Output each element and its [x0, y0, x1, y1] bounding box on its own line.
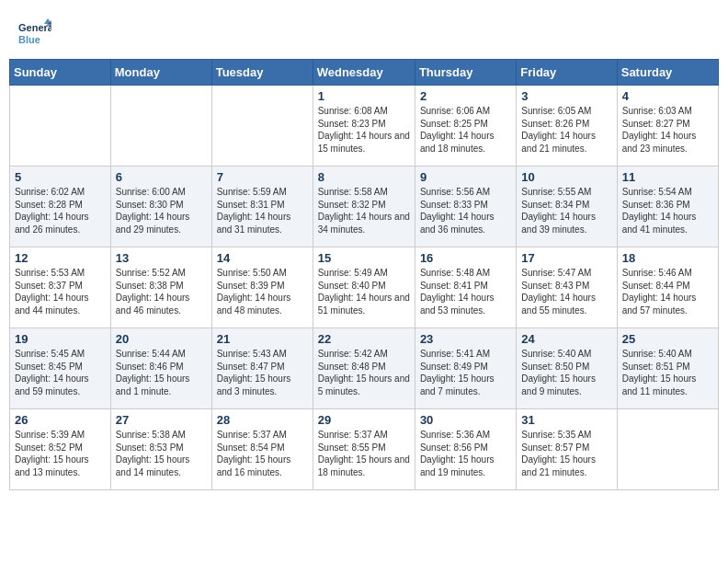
calendar-cell: 27Sunrise: 5:38 AM Sunset: 8:53 PM Dayli…	[110, 409, 211, 490]
day-info: Sunrise: 5:59 AM Sunset: 8:31 PM Dayligh…	[217, 186, 308, 236]
calendar-cell	[617, 409, 718, 490]
calendar-cell: 7Sunrise: 5:59 AM Sunset: 8:31 PM Daylig…	[211, 167, 313, 247]
calendar-cell: 14Sunrise: 5:50 AM Sunset: 8:39 PM Dayli…	[211, 247, 313, 328]
day-number: 15	[318, 251, 410, 265]
day-number: 7	[217, 170, 308, 184]
day-info: Sunrise: 5:36 AM Sunset: 8:56 PM Dayligh…	[420, 429, 511, 478]
day-number: 1	[318, 89, 410, 103]
calendar-cell: 16Sunrise: 5:48 AM Sunset: 8:41 PM Dayli…	[415, 247, 516, 328]
day-number: 9	[420, 170, 511, 184]
calendar-cell: 17Sunrise: 5:47 AM Sunset: 8:43 PM Dayli…	[517, 247, 617, 328]
calendar-cell: 6Sunrise: 6:00 AM Sunset: 8:30 PM Daylig…	[110, 167, 211, 247]
calendar-week-row: 1Sunrise: 6:08 AM Sunset: 8:23 PM Daylig…	[10, 86, 719, 167]
day-number: 31	[521, 413, 611, 427]
day-info: Sunrise: 6:06 AM Sunset: 8:25 PM Dayligh…	[420, 105, 511, 155]
day-info: Sunrise: 5:58 AM Sunset: 8:32 PM Dayligh…	[318, 186, 410, 236]
day-number: 18	[622, 251, 713, 265]
day-number: 16	[420, 251, 511, 265]
day-info: Sunrise: 5:46 AM Sunset: 8:44 PM Dayligh…	[622, 267, 713, 316]
day-number: 13	[116, 251, 207, 265]
day-number: 27	[116, 413, 207, 427]
calendar-cell: 22Sunrise: 5:42 AM Sunset: 8:48 PM Dayli…	[313, 328, 415, 409]
day-info: Sunrise: 6:05 AM Sunset: 8:26 PM Dayligh…	[521, 105, 611, 155]
day-number: 4	[622, 89, 713, 103]
calendar-cell: 2Sunrise: 6:06 AM Sunset: 8:25 PM Daylig…	[415, 86, 516, 167]
day-number: 28	[217, 413, 308, 427]
day-info: Sunrise: 5:40 AM Sunset: 8:51 PM Dayligh…	[622, 348, 713, 397]
day-number: 8	[318, 170, 410, 184]
day-info: Sunrise: 5:37 AM Sunset: 8:55 PM Dayligh…	[318, 429, 410, 478]
day-info: Sunrise: 5:41 AM Sunset: 8:49 PM Dayligh…	[420, 348, 511, 397]
day-info: Sunrise: 5:42 AM Sunset: 8:48 PM Dayligh…	[318, 348, 410, 397]
day-info: Sunrise: 5:45 AM Sunset: 8:45 PM Dayligh…	[15, 348, 106, 397]
calendar-cell: 28Sunrise: 5:37 AM Sunset: 8:54 PM Dayli…	[211, 409, 313, 490]
day-info: Sunrise: 5:49 AM Sunset: 8:40 PM Dayligh…	[318, 267, 410, 316]
day-number: 25	[622, 332, 713, 346]
calendar-header-row: SundayMondayTuesdayWednesdayThursdayFrid…	[10, 60, 719, 86]
weekday-header-monday: Monday	[110, 60, 211, 86]
day-number: 6	[116, 170, 207, 184]
day-info: Sunrise: 5:56 AM Sunset: 8:33 PM Dayligh…	[420, 186, 511, 236]
day-number: 5	[15, 170, 106, 184]
calendar-cell: 18Sunrise: 5:46 AM Sunset: 8:44 PM Dayli…	[617, 247, 718, 328]
calendar-cell: 10Sunrise: 5:55 AM Sunset: 8:34 PM Dayli…	[517, 167, 617, 247]
calendar-cell: 3Sunrise: 6:05 AM Sunset: 8:26 PM Daylig…	[517, 86, 617, 167]
calendar-cell: 8Sunrise: 5:58 AM Sunset: 8:32 PM Daylig…	[313, 167, 415, 247]
day-number: 26	[15, 413, 106, 427]
day-info: Sunrise: 5:39 AM Sunset: 8:52 PM Dayligh…	[15, 429, 106, 478]
day-info: Sunrise: 5:48 AM Sunset: 8:41 PM Dayligh…	[420, 267, 511, 316]
calendar-cell: 21Sunrise: 5:43 AM Sunset: 8:47 PM Dayli…	[211, 328, 313, 409]
calendar-cell: 5Sunrise: 6:02 AM Sunset: 8:28 PM Daylig…	[10, 167, 111, 247]
day-number: 17	[521, 251, 611, 265]
day-number: 14	[217, 251, 308, 265]
day-number: 30	[420, 413, 511, 427]
calendar-cell: 20Sunrise: 5:44 AM Sunset: 8:46 PM Dayli…	[110, 328, 211, 409]
calendar-cell: 4Sunrise: 6:03 AM Sunset: 8:27 PM Daylig…	[617, 86, 718, 167]
day-info: Sunrise: 5:54 AM Sunset: 8:36 PM Dayligh…	[622, 186, 713, 236]
calendar-cell: 15Sunrise: 5:49 AM Sunset: 8:40 PM Dayli…	[313, 247, 415, 328]
day-number: 2	[420, 89, 511, 103]
day-info: Sunrise: 5:40 AM Sunset: 8:50 PM Dayligh…	[521, 348, 611, 397]
logo: General Blue	[18, 17, 51, 50]
weekday-header-sunday: Sunday	[10, 60, 111, 86]
day-number: 22	[318, 332, 410, 346]
page-header: General Blue	[9, 9, 719, 53]
day-info: Sunrise: 6:08 AM Sunset: 8:23 PM Dayligh…	[318, 105, 410, 155]
calendar-cell: 11Sunrise: 5:54 AM Sunset: 8:36 PM Dayli…	[617, 167, 718, 247]
weekday-header-friday: Friday	[517, 60, 617, 86]
calendar-cell	[211, 86, 313, 167]
calendar-cell: 24Sunrise: 5:40 AM Sunset: 8:50 PM Dayli…	[517, 328, 617, 409]
calendar-cell: 25Sunrise: 5:40 AM Sunset: 8:51 PM Dayli…	[617, 328, 718, 409]
calendar-cell: 1Sunrise: 6:08 AM Sunset: 8:23 PM Daylig…	[313, 86, 415, 167]
calendar-cell: 9Sunrise: 5:56 AM Sunset: 8:33 PM Daylig…	[415, 167, 516, 247]
day-number: 29	[318, 413, 410, 427]
calendar-week-row: 19Sunrise: 5:45 AM Sunset: 8:45 PM Dayli…	[10, 328, 719, 409]
day-info: Sunrise: 5:44 AM Sunset: 8:46 PM Dayligh…	[116, 348, 207, 397]
day-info: Sunrise: 6:02 AM Sunset: 8:28 PM Dayligh…	[15, 186, 106, 236]
svg-text:Blue: Blue	[18, 34, 40, 45]
day-number: 12	[15, 251, 106, 265]
day-info: Sunrise: 5:55 AM Sunset: 8:34 PM Dayligh…	[521, 186, 611, 236]
day-info: Sunrise: 5:37 AM Sunset: 8:54 PM Dayligh…	[217, 429, 308, 478]
weekday-header-saturday: Saturday	[617, 60, 718, 86]
calendar-cell: 12Sunrise: 5:53 AM Sunset: 8:37 PM Dayli…	[10, 247, 111, 328]
calendar-week-row: 26Sunrise: 5:39 AM Sunset: 8:52 PM Dayli…	[10, 409, 719, 490]
day-number: 19	[15, 332, 106, 346]
weekday-header-tuesday: Tuesday	[211, 60, 313, 86]
calendar-table: SundayMondayTuesdayWednesdayThursdayFrid…	[9, 59, 719, 490]
weekday-header-thursday: Thursday	[415, 60, 516, 86]
calendar-cell: 23Sunrise: 5:41 AM Sunset: 8:49 PM Dayli…	[415, 328, 516, 409]
calendar-cell: 13Sunrise: 5:52 AM Sunset: 8:38 PM Dayli…	[110, 247, 211, 328]
day-info: Sunrise: 6:00 AM Sunset: 8:30 PM Dayligh…	[116, 186, 207, 236]
day-number: 10	[521, 170, 611, 184]
day-number: 11	[622, 170, 713, 184]
day-info: Sunrise: 6:03 AM Sunset: 8:27 PM Dayligh…	[622, 105, 713, 155]
calendar-cell	[10, 86, 111, 167]
day-number: 20	[116, 332, 207, 346]
weekday-header-wednesday: Wednesday	[313, 60, 415, 86]
day-number: 24	[521, 332, 611, 346]
calendar-week-row: 12Sunrise: 5:53 AM Sunset: 8:37 PM Dayli…	[10, 247, 719, 328]
day-info: Sunrise: 5:50 AM Sunset: 8:39 PM Dayligh…	[217, 267, 308, 316]
logo-icon: General Blue	[18, 17, 51, 50]
day-number: 21	[217, 332, 308, 346]
